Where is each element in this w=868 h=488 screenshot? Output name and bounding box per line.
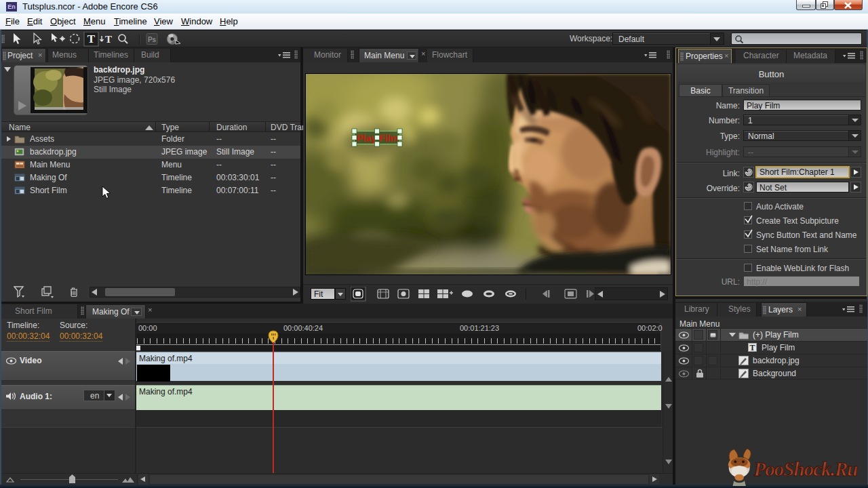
svg-text:Ps: Ps xyxy=(148,36,157,43)
svg-text:T: T xyxy=(87,33,96,45)
svg-text:T: T xyxy=(105,34,112,45)
svg-text:PooShock.Ru: PooShock.Ru xyxy=(753,458,858,480)
